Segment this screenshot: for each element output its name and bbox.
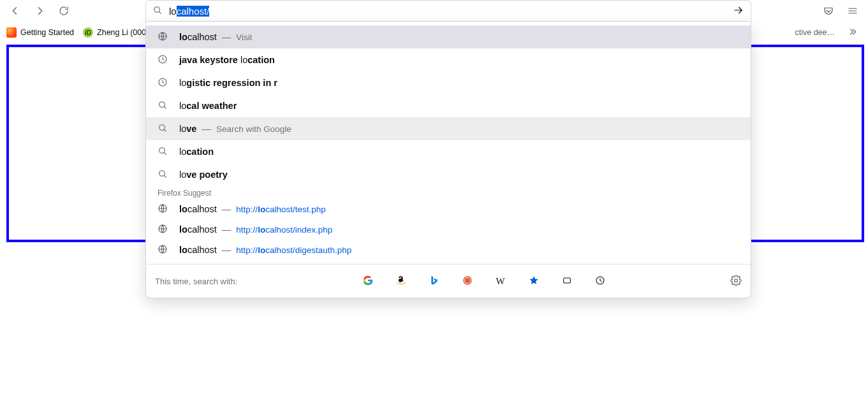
- globe-icon: [158, 224, 168, 236]
- bookmark-label: ctive dee…: [795, 28, 835, 37]
- reload-icon: [58, 5, 70, 18]
- suggestion-search-local-weather[interactable]: local weather: [146, 94, 751, 117]
- svg-point-16: [735, 279, 738, 282]
- engine-bing-button[interactable]: [425, 272, 443, 290]
- bookmark-getting-started[interactable]: Getting Started: [6, 27, 74, 38]
- firefox-suggest-heading: Firefox Suggest: [146, 186, 751, 199]
- bookmark-zheng-li[interactable]: iD Zheng Li (0000-: [83, 27, 153, 38]
- history-icon: [595, 275, 605, 287]
- engine-google-button[interactable]: [359, 272, 377, 290]
- forward-button[interactable]: [29, 1, 50, 22]
- search-settings-button[interactable]: [730, 275, 742, 288]
- globe-icon: [158, 203, 168, 215]
- suggestion-search-location[interactable]: location: [146, 140, 751, 163]
- suggestion-text: java keystore location: [179, 55, 275, 65]
- suggestion-text: localhost — http://localhost/digestauth.…: [179, 245, 351, 255]
- suggestion-site-localhost-test[interactable]: localhost — http://localhost/test.php: [146, 199, 751, 219]
- firefox-favicon-icon: [6, 27, 17, 38]
- chevrons-right-icon: [848, 27, 858, 39]
- history-icon: [158, 77, 168, 89]
- svg-point-13: [465, 278, 470, 283]
- suggestion-text: logistic regression in r: [179, 78, 277, 88]
- star-icon: [529, 275, 539, 287]
- url-input[interactable]: localhost/: [145, 0, 751, 22]
- suggestion-text: local weather: [179, 101, 237, 111]
- search-icon: [158, 146, 168, 158]
- search-icon: [158, 169, 168, 181]
- divider: [146, 264, 751, 265]
- pocket-button[interactable]: [818, 1, 839, 22]
- go-button[interactable]: [733, 4, 744, 18]
- search-engine-row: This time, search with:: [146, 268, 751, 294]
- engine-amazon-button[interactable]: [392, 272, 410, 290]
- google-icon: [363, 275, 373, 287]
- suggestion-search-love-poetry[interactable]: love poetry: [146, 163, 751, 186]
- back-icon: [10, 5, 21, 18]
- tabs-icon: [562, 275, 572, 287]
- app-menu-button[interactable]: [842, 1, 863, 22]
- menu-icon: [847, 5, 858, 18]
- globe-icon: [158, 244, 168, 256]
- back-button[interactable]: [5, 1, 26, 22]
- suggestion-text: localhost — http://localhost/test.php: [179, 204, 326, 214]
- orcid-favicon-icon: iD: [83, 27, 93, 38]
- suggestion-text: love — Search with Google: [179, 124, 291, 134]
- bookmarks-overflow-button[interactable]: [844, 24, 862, 41]
- url-typed-text: localhost/: [169, 6, 209, 17]
- urlbar-dropdown: localhost — Visit java keystore location…: [145, 22, 751, 298]
- amazon-icon: [396, 275, 406, 287]
- suggestion-visit-localhost[interactable]: localhost — Visit: [146, 25, 751, 48]
- engine-history-button[interactable]: [591, 272, 609, 290]
- suggestion-history-java-keystore[interactable]: java keystore location: [146, 48, 751, 71]
- suggestion-search-love[interactable]: love — Search with Google: [146, 117, 751, 140]
- search-icon: [158, 123, 168, 135]
- search-engine-label: This time, search with:: [155, 277, 237, 286]
- bookmark-label: Getting Started: [20, 28, 74, 37]
- globe-icon: [158, 31, 168, 43]
- suggestion-site-localhost-digestauth[interactable]: localhost — http://localhost/digestauth.…: [146, 240, 751, 260]
- pocket-icon: [823, 5, 834, 18]
- gear-icon: [730, 279, 742, 288]
- engine-duckduckgo-button[interactable]: [459, 272, 476, 290]
- reload-button[interactable]: [54, 1, 74, 22]
- bing-icon: [429, 275, 439, 287]
- search-icon: [152, 5, 163, 17]
- arrow-right-icon: [733, 8, 744, 18]
- urlbar-container: localhost/ localhost — Visit: [145, 0, 751, 298]
- duckduckgo-icon: [462, 275, 473, 287]
- engine-tabs-button[interactable]: [558, 272, 576, 290]
- suggestion-text: love poetry: [179, 170, 228, 180]
- wikipedia-icon: W: [496, 276, 505, 287]
- suggestion-text: localhost — Visit: [179, 32, 253, 42]
- history-icon: [158, 54, 168, 66]
- engine-wikipedia-button[interactable]: W: [492, 272, 510, 290]
- suggestion-history-logistic-regression[interactable]: logistic regression in r: [146, 71, 751, 94]
- svg-rect-14: [563, 278, 570, 283]
- suggestion-site-localhost-index[interactable]: localhost — http://localhost/index.php: [146, 219, 751, 240]
- search-icon: [158, 100, 168, 112]
- suggestion-text: location: [179, 147, 214, 157]
- bookmark-truncated[interactable]: ctive dee…: [795, 28, 835, 37]
- suggestion-text: localhost — http://localhost/index.php: [179, 224, 332, 235]
- engine-bookmarks-button[interactable]: [525, 272, 543, 290]
- forward-icon: [34, 5, 45, 18]
